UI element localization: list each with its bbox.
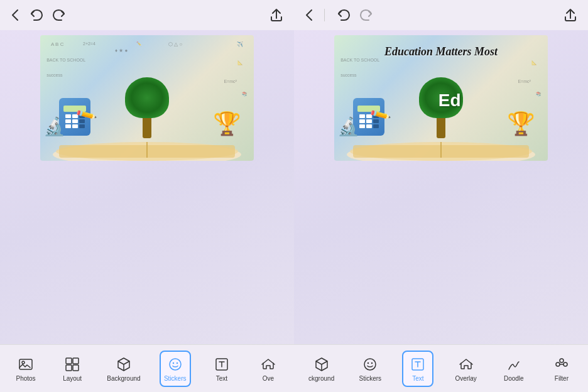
left-tool-stickers-label: Stickers	[164, 375, 187, 382]
left-tool-overlay[interactable]: Ove	[253, 351, 284, 387]
svg-rect-8	[66, 365, 72, 371]
text-icon-right	[409, 356, 427, 373]
svg-point-22	[556, 362, 560, 366]
left-tool-photos-label: Photos	[16, 375, 35, 382]
right-tool-text[interactable]: Text	[402, 351, 433, 387]
svg-point-20	[371, 362, 373, 363]
stickers-icon-left	[166, 356, 184, 373]
right-book-svg	[334, 123, 548, 161]
text-icon-left	[213, 356, 231, 373]
svg-point-24	[564, 362, 567, 366]
left-topbar	[0, 0, 294, 30]
layout-icon	[63, 356, 81, 373]
svg-point-10	[170, 359, 181, 370]
left-tool-overlay-label: Ove	[263, 375, 274, 382]
left-tool-background[interactable]: Background	[103, 351, 144, 387]
left-tool-photos[interactable]: Photos	[10, 351, 41, 387]
topbar-divider	[324, 9, 325, 21]
filter-icon	[553, 356, 570, 373]
right-topbar	[294, 0, 588, 30]
right-title-text: Education Matters Most	[334, 45, 548, 58]
background-icon-right	[313, 356, 330, 373]
right-panel: Education Matters Most BACK TO SCHOOL 📐 …	[294, 0, 588, 392]
svg-point-23	[560, 359, 564, 362]
svg-point-5	[22, 361, 24, 364]
overlay-icon-left	[259, 356, 277, 373]
right-redo-button[interactable]	[359, 8, 375, 23]
left-image-container: A B C 2+2=4 ✏️ ⬡ △ ○ ✈️ BACK TO SCHOOL 📐…	[40, 35, 254, 161]
right-undo-button[interactable]	[335, 8, 351, 23]
svg-point-18	[364, 359, 376, 370]
svg-rect-9	[73, 365, 79, 371]
svg-rect-6	[66, 358, 72, 364]
left-panel: A B C 2+2=4 ✏️ ⬡ △ ○ ✈️ BACK TO SCHOOL 📐…	[0, 0, 294, 392]
doodle-icon	[505, 356, 523, 373]
left-back-button[interactable]	[10, 8, 20, 23]
svg-point-12	[177, 362, 178, 363]
svg-point-11	[173, 362, 174, 363]
background-icon-left	[115, 356, 133, 373]
right-tool-doodle[interactable]: Doodle	[498, 351, 530, 387]
right-tool-background[interactable]: ckground	[305, 351, 338, 387]
left-toolbar: Photos Layout Background	[0, 344, 294, 392]
calc-btn-1	[65, 114, 71, 118]
left-tree-canopy	[125, 77, 169, 118]
right-tool-overlay[interactable]: Overlay	[450, 351, 482, 387]
left-undo-button[interactable]	[28, 8, 44, 23]
left-tool-text-label: Text	[216, 375, 227, 382]
right-back-button[interactable]	[304, 8, 314, 23]
right-ed-text: Ed	[438, 90, 461, 111]
right-tool-stickers[interactable]: Stickers	[354, 351, 386, 387]
right-scene: Education Matters Most BACK TO SCHOOL 📐 …	[334, 35, 548, 161]
right-share-button[interactable]	[563, 7, 578, 23]
left-tool-text[interactable]: Text	[206, 351, 237, 387]
left-tool-stickers[interactable]: Stickers	[160, 351, 191, 387]
r-calc-btn-1	[359, 114, 365, 118]
right-tool-overlay-label: Overlay	[455, 375, 476, 382]
left-scene: A B C 2+2=4 ✏️ ⬡ △ ○ ✈️ BACK TO SCHOOL 📐…	[40, 35, 254, 161]
svg-rect-7	[73, 358, 79, 364]
left-tool-layout-label: Layout	[63, 375, 82, 382]
right-tool-background-label: ckground	[308, 375, 334, 382]
overlay-icon-right	[457, 356, 475, 373]
svg-point-19	[368, 362, 369, 363]
left-topbar-left	[10, 8, 68, 23]
right-tool-doodle-label: Doodle	[504, 375, 524, 382]
left-book-svg	[40, 123, 254, 161]
left-tool-layout[interactable]: Layout	[57, 351, 88, 387]
right-tool-stickers-label: Stickers	[359, 375, 382, 382]
photo-icon	[17, 356, 35, 373]
stickers-icon-right	[361, 356, 379, 373]
right-tool-filter-label: Filter	[555, 375, 569, 382]
left-redo-button[interactable]	[52, 8, 68, 23]
right-topbar-left	[304, 8, 375, 23]
left-canvas-area: A B C 2+2=4 ✏️ ⬡ △ ○ ✈️ BACK TO SCHOOL 📐…	[0, 30, 294, 344]
right-tool-text-label: Text	[412, 375, 423, 382]
right-canvas-area: Education Matters Most BACK TO SCHOOL 📐 …	[294, 30, 588, 344]
right-toolbar: ckground Stickers Text	[294, 344, 588, 392]
right-image-container: Education Matters Most BACK TO SCHOOL 📐 …	[334, 35, 548, 161]
left-tool-background-label: Background	[107, 375, 140, 382]
right-tool-filter[interactable]: Filter	[546, 351, 577, 387]
left-share-button[interactable]	[269, 7, 284, 23]
